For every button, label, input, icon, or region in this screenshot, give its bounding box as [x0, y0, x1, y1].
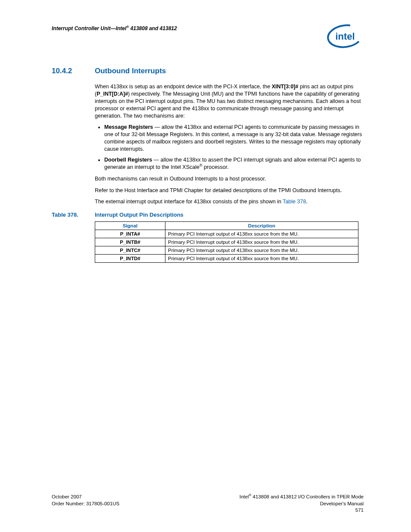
li2-reg: ®: [199, 163, 202, 168]
cell-description: Primary PCI Interrupt output of 4138xx s…: [165, 246, 358, 255]
table-row: P_INTA# Primary PCI Interrupt output of …: [95, 230, 358, 238]
footer-r1-b: 413808 and 413812 I/O Controllers in TPE…: [251, 494, 364, 499]
p1-a: When 4138xx is setup as an endpoint devi…: [95, 84, 272, 90]
section-title: Outbound Interrupts: [95, 67, 166, 75]
table-row: P_INTD# Primary PCI Interrupt output of …: [95, 255, 358, 263]
body-content: When 4138xx is setup as an endpoint devi…: [95, 83, 364, 205]
cell-signal: P_INTA#: [95, 230, 165, 238]
col-description: Description: [165, 222, 358, 230]
table-caption: Table 378. Interrupt Output Pin Descript…: [52, 212, 364, 218]
cell-signal: P_INTD#: [95, 255, 165, 263]
table-378-link[interactable]: Table 378: [283, 199, 306, 205]
both-mechanisms-paragraph: Both mechanisms can result in Outbound I…: [95, 175, 364, 183]
table-number: Table 378.: [52, 212, 95, 218]
section-number: 10.4.2: [52, 67, 95, 75]
section-heading: 10.4.2 Outbound Interrupts: [52, 67, 364, 75]
p1-e: ) respectively. The Messaging Unit (MU) …: [95, 91, 361, 119]
external-interface-paragraph: The external interrupt output interface …: [95, 198, 364, 205]
table-header-row: Signal Description: [95, 222, 358, 230]
page-footer: October 2007 Order Number: 317805-001US …: [52, 494, 364, 514]
li2-body-b: processor.: [202, 164, 229, 170]
table-row: P_INTC# Primary PCI Interrupt output of …: [95, 246, 358, 255]
running-header-text: Interrupt Controller Unit—Intel® 413808 …: [52, 24, 177, 31]
list-item-message-registers: Message Registers — allow the 4138xx and…: [104, 124, 364, 153]
p4-b: .: [306, 199, 307, 205]
mechanism-list: Message Registers — allow the 4138xx and…: [95, 124, 364, 171]
cell-description: Primary PCI Interrupt output of 4138xx s…: [165, 255, 358, 263]
footer-page-number: 571: [240, 507, 364, 514]
refer-paragraph: Refer to the Host Interface and TPMI Cha…: [95, 187, 364, 194]
table-title: Interrupt Output Pin Descriptions: [95, 212, 184, 218]
page: Interrupt Controller Unit—Intel® 413808 …: [0, 0, 411, 532]
cell-description: Primary PCI Interrupt output of 4138xx s…: [165, 238, 358, 246]
running-header: Interrupt Controller Unit—Intel® 413808 …: [52, 24, 364, 49]
footer-right: Intel® 413808 and 413812 I/O Controllers…: [240, 494, 364, 514]
header-prefix: Interrupt Controller Unit—Intel: [52, 25, 126, 31]
intro-paragraph: When 4138xx is setup as an endpoint devi…: [95, 83, 364, 119]
pin-descriptions-table: Signal Description P_INTA# Primary PCI I…: [95, 221, 358, 263]
col-signal: Signal: [95, 222, 165, 230]
table-row: P_INTB# Primary PCI Interrupt output of …: [95, 238, 358, 246]
list-item-doorbell-registers: Doorbell Registers — allow the 4138xx to…: [104, 156, 364, 171]
intel-logo-icon: intel: [327, 24, 364, 49]
p4-a: The external interrupt output interface …: [95, 199, 283, 205]
li1-label: Message Registers: [104, 124, 153, 130]
p1-xint: XINT[3:0]#: [272, 84, 299, 90]
footer-order-number: Order Number: 317805-001US: [52, 501, 119, 507]
cell-description: Primary PCI Interrupt output of 4138xx s…: [165, 230, 358, 238]
footer-left: October 2007 Order Number: 317805-001US: [52, 494, 119, 514]
p1-pint: P_INT[D:A]#: [97, 91, 128, 97]
li2-label: Doorbell Registers: [104, 157, 152, 163]
footer-date: October 2007: [52, 494, 119, 501]
footer-product: Intel® 413808 and 413812 I/O Controllers…: [240, 494, 364, 501]
footer-r1-a: Intel: [240, 494, 249, 499]
header-suffix: 413808 and 413812: [129, 25, 177, 31]
cell-signal: P_INTC#: [95, 246, 165, 255]
svg-text:intel: intel: [335, 31, 355, 42]
cell-signal: P_INTB#: [95, 238, 165, 246]
footer-manual: Developer's Manual: [240, 501, 364, 507]
